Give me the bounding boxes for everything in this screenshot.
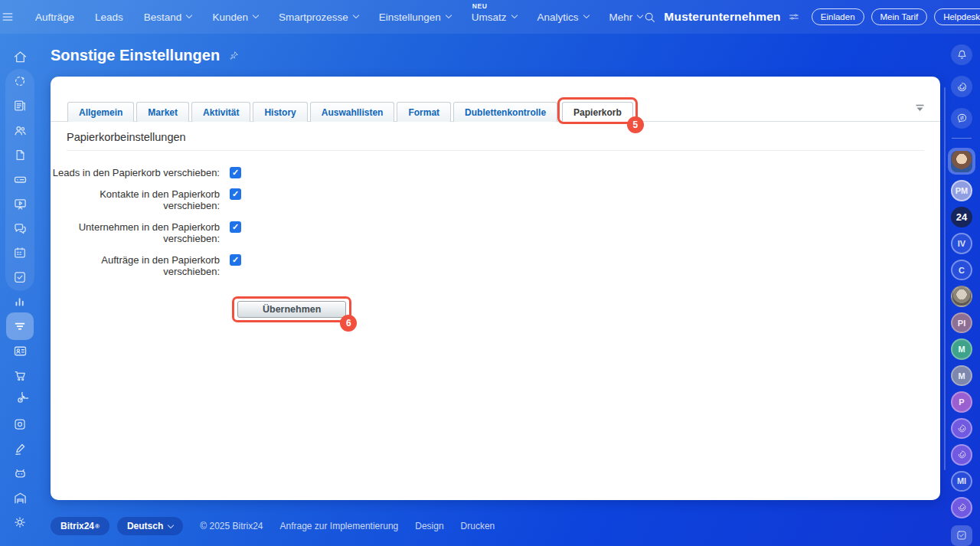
field-label: Aufträge in den Papierkorb verschieben: [51, 254, 230, 277]
nav-einstellungen[interactable]: Einstellungen [379, 11, 451, 23]
nav-umsatz[interactable]: NEUUmsatz [472, 11, 517, 23]
chat-avatar-c[interactable]: C [951, 260, 972, 280]
copilot-button[interactable] [951, 76, 972, 96]
leads-checkbox[interactable]: ✓ [230, 167, 241, 178]
sidebar-item-crm[interactable] [0, 314, 40, 338]
language-selector[interactable]: Deutsch [117, 517, 183, 535]
tab-format[interactable]: Format [397, 102, 451, 122]
tab-papierkorb[interactable]: Papierkorb [562, 102, 633, 122]
tab-market[interactable]: Market [136, 102, 189, 122]
einladen-button[interactable]: Einladen [812, 8, 864, 25]
sidebar-item-videocalls[interactable] [0, 191, 40, 216]
helpdesk-button[interactable]: Helpdesk [934, 8, 980, 25]
uebernehmen-button[interactable]: Übernehmen [237, 301, 346, 318]
footer: Bitrix24® Deutsch © 2025 Bitrix24 Anfrag… [51, 517, 495, 535]
mein-tarif-button[interactable]: Mein Tarif [871, 8, 928, 25]
page-title-row: Sonstige Einstellungen [51, 47, 240, 64]
nav-leads[interactable]: Leads [95, 11, 123, 23]
tab-allgemein[interactable]: Allgemein [67, 102, 134, 122]
sites-icon [12, 417, 28, 432]
annotation-box-step6: Übernehmen 6 [232, 296, 351, 322]
nav-bestand[interactable]: Bestand [144, 11, 192, 23]
nav-smartprozesse[interactable]: Smartprozesse [279, 11, 358, 23]
avatar-initials: PI [958, 319, 965, 328]
bitrix24-badge[interactable]: Bitrix24® [51, 517, 109, 535]
chat-avatar-m1[interactable]: M [951, 338, 972, 359]
implementation-link[interactable]: Anfrage zur Implementierung [280, 521, 399, 531]
sidebar-item-tasks[interactable] [0, 265, 40, 289]
nav-kunden[interactable]: Kunden [212, 11, 258, 23]
search-icon[interactable] [642, 10, 657, 25]
nav-label: Mehr [609, 11, 633, 23]
notifications-button[interactable] [951, 44, 972, 65]
sidebar-item-esign[interactable] [0, 436, 40, 461]
app-avatar-1[interactable] [951, 418, 972, 439]
tab-dublettenkontrolle[interactable]: Dublettenkontrolle [453, 102, 557, 122]
annotation-step-badge-5: 5 [627, 116, 644, 133]
chat-panel-button[interactable] [951, 108, 972, 129]
sidebar-item-contact-center[interactable] [0, 338, 40, 363]
sidebar-item-marketing[interactable] [0, 387, 40, 412]
auftraege-checkbox[interactable]: ✓ [230, 254, 241, 266]
hamburger-menu-button[interactable] [0, 9, 15, 25]
nav-mehr[interactable]: Mehr [609, 11, 643, 23]
chat-counter[interactable]: 24 [951, 207, 972, 227]
sidebar-item-messenger[interactable] [0, 216, 40, 240]
warehouse-icon [12, 490, 28, 506]
design-link[interactable]: Design [415, 521, 443, 531]
sidebar-item-feed[interactable] [0, 69, 40, 93]
chat-avatar-pi[interactable]: PI [951, 312, 972, 333]
scrollbar[interactable] [944, 87, 946, 470]
company-name[interactable]: Musterunternehmen [664, 10, 780, 24]
sidebar-item-reports[interactable] [0, 289, 40, 314]
copyright-link[interactable]: © 2025 Bitrix24 [200, 521, 263, 531]
unternehmen-checkbox[interactable]: ✓ [230, 221, 241, 233]
tab-aktivitaet[interactable]: Aktivität [191, 102, 250, 122]
active-chat-avatar[interactable] [948, 148, 975, 175]
top-bar: Aufträge Leads Bestand Kunden Smartproze… [0, 0, 980, 34]
tab-history[interactable]: History [253, 102, 307, 122]
nav-label: Kunden [212, 11, 248, 23]
sidebar-item-documents[interactable] [0, 142, 40, 167]
chat-avatar-mi[interactable]: MI [951, 471, 972, 492]
sidebar-item-sites[interactable] [0, 412, 40, 436]
section-divider [67, 150, 924, 151]
sliders-icon[interactable] [788, 11, 800, 23]
nav-label: Bestand [144, 11, 182, 23]
annotation-box-step5: Papierkorb 5 [557, 97, 638, 124]
tasks-panel-button[interactable] [951, 525, 972, 546]
rail-divider [952, 138, 972, 139]
nav-label: Aufträge [35, 11, 74, 23]
bar-chart-icon [12, 294, 28, 309]
chat-avatar-m2[interactable]: M [951, 365, 972, 386]
section-title: Papierkorbeinstellungen [67, 131, 940, 143]
sidebar-item-employees[interactable] [0, 118, 40, 142]
app-avatar-3[interactable] [951, 497, 972, 518]
brand-label: Bitrix24 [60, 521, 94, 531]
nav-auftraege[interactable]: Aufträge [35, 11, 74, 23]
sidebar-item-news[interactable] [0, 93, 40, 118]
sidebar-item-inventory[interactable] [0, 486, 40, 510]
kontakte-checkbox[interactable]: ✓ [230, 188, 241, 200]
sidebar-item-home[interactable] [0, 44, 40, 69]
chat-avatar-photo[interactable] [951, 286, 972, 306]
sidebar-item-sales[interactable] [0, 363, 40, 387]
sidebar-item-calendar[interactable] [0, 240, 40, 265]
submit-area: Übernehmen 6 [232, 296, 351, 322]
brand-mark: ® [95, 523, 100, 530]
sidebar-item-drive[interactable] [0, 167, 40, 191]
chat-avatar-p[interactable]: P [951, 391, 972, 412]
chat-avatar-pm[interactable]: PM [951, 180, 972, 201]
avatar-initials: PM [956, 186, 969, 195]
avatar-initials: MI [957, 476, 966, 486]
app-avatar-2[interactable] [951, 444, 972, 465]
tab-auswahllisten[interactable]: Auswahllisten [310, 102, 395, 122]
print-link[interactable]: Drucken [461, 521, 495, 531]
chat-avatar-iv[interactable]: IV [951, 233, 972, 253]
nav-label: Umsatz [472, 11, 507, 23]
form-row-unternehmen: Unternehmen in den Papierkorb verschiebe… [51, 221, 940, 244]
nav-analytics[interactable]: Analytics [537, 11, 589, 23]
sidebar-item-automation[interactable] [0, 461, 40, 486]
pin-icon[interactable] [227, 50, 240, 62]
sidebar-item-settings[interactable] [0, 510, 40, 535]
